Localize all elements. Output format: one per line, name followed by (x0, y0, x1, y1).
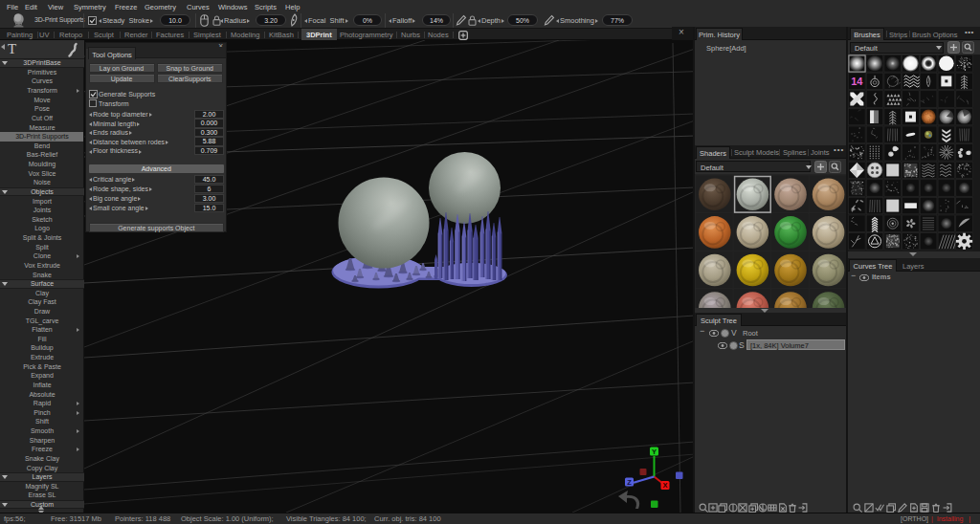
svg-text:Z: Z (627, 478, 632, 487)
svg-text:X: X (662, 481, 667, 490)
svg-text:Y: Y (652, 448, 657, 456)
svg-text:14: 14 (851, 76, 863, 87)
